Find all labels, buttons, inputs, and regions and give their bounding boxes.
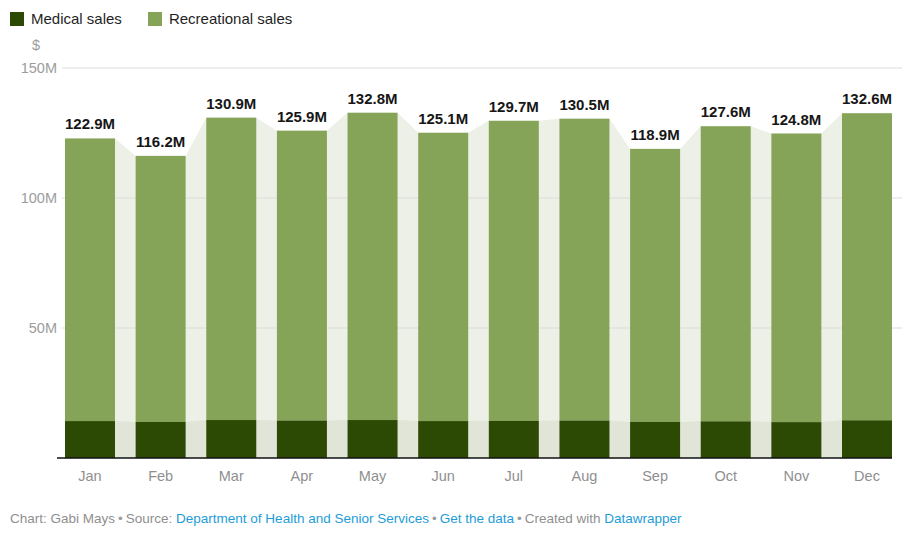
legend-label-recreational: Recreational sales	[169, 11, 292, 26]
value-label-Dec: 132.6M	[842, 90, 892, 107]
bar-recreational-May	[348, 113, 398, 420]
footer-separator: •	[432, 511, 437, 526]
footer-source-link[interactable]: Department of Health and Senior Services	[176, 511, 429, 526]
x-axis-label-Apr: Apr	[291, 468, 314, 484]
x-axis-label-Jun: Jun	[431, 468, 454, 484]
value-label-Oct: 127.6M	[701, 103, 751, 120]
value-label-Sep: 118.9M	[630, 126, 679, 143]
chart-page: Medical sales Recreational sales 150M100…	[0, 0, 912, 538]
bar-recreational-Jul	[489, 121, 539, 421]
bar-recreational-Sep	[630, 149, 680, 422]
bar-medical-Oct	[701, 421, 751, 458]
bar-medical-Jan	[65, 421, 115, 458]
ghost-area-total	[65, 113, 892, 458]
bar-medical-Feb	[136, 422, 186, 458]
bar-recreational-Mar	[206, 118, 256, 420]
bar-medical-May	[348, 420, 398, 458]
value-label-Jan: 122.9M	[65, 115, 115, 132]
bar-medical-Sep	[630, 422, 680, 458]
x-axis-label-Feb: Feb	[148, 468, 173, 484]
value-label-Nov: 124.8M	[771, 111, 821, 128]
x-axis-label-Oct: Oct	[714, 468, 737, 484]
ghost-area-medical	[65, 420, 892, 458]
recreational-swatch-icon	[148, 12, 162, 26]
bar-recreational-Dec	[842, 113, 892, 420]
x-axis-label-Jan: Jan	[78, 468, 101, 484]
x-axis-label-Jul: Jul	[505, 468, 524, 484]
y-axis-unit-label: $	[32, 37, 40, 53]
chart-footer: Chart: Gabi Mays•Source: Department of H…	[10, 511, 682, 526]
footer-separator: •	[517, 511, 522, 526]
medical-swatch-icon	[10, 12, 24, 26]
bar-recreational-Aug	[559, 119, 609, 421]
value-label-Apr: 125.9M	[277, 108, 327, 125]
x-axis-label-Nov: Nov	[783, 468, 810, 484]
footer-source-prefix: Source:	[126, 511, 173, 526]
bar-medical-Nov	[771, 422, 821, 458]
bar-medical-Mar	[206, 420, 256, 458]
value-label-Mar: 130.9M	[206, 95, 256, 112]
bar-recreational-Nov	[771, 134, 821, 423]
value-label-Jul: 129.7M	[489, 98, 539, 115]
value-label-Aug: 130.5M	[559, 96, 609, 113]
footer-datawrapper-link[interactable]: Datawrapper	[604, 511, 681, 526]
x-axis-label-Mar: Mar	[219, 468, 244, 484]
y-tick-label-150M: 150M	[21, 60, 57, 76]
bar-recreational-Apr	[277, 131, 327, 421]
x-axis-label-Dec: Dec	[854, 468, 880, 484]
bar-medical-Apr	[277, 421, 327, 458]
bar-recreational-Feb	[136, 156, 186, 422]
footer-separator: •	[118, 511, 123, 526]
bar-medical-Jul	[489, 421, 539, 458]
bar-recreational-Jan	[65, 138, 115, 421]
value-label-May: 132.8M	[348, 90, 398, 107]
bar-medical-Dec	[842, 420, 892, 458]
y-tick-label-50M: 50M	[29, 320, 57, 336]
x-axis-label-May: May	[359, 468, 387, 484]
x-axis-label-Sep: Sep	[642, 468, 668, 484]
y-tick-label-100M: 100M	[21, 190, 57, 206]
legend-item-recreational: Recreational sales	[148, 11, 292, 26]
value-label-Feb: 116.2M	[136, 133, 185, 150]
value-label-Jun: 125.1M	[418, 110, 468, 127]
bar-medical-Aug	[559, 421, 609, 458]
legend-item-medical: Medical sales	[10, 11, 122, 26]
legend-label-medical: Medical sales	[31, 11, 122, 26]
bar-recreational-Jun	[418, 133, 468, 421]
bar-recreational-Oct	[701, 126, 751, 421]
chart-legend: Medical sales Recreational sales	[10, 11, 292, 26]
footer-byline: Chart: Gabi Mays	[10, 511, 115, 526]
footer-created-with: Created with	[525, 511, 601, 526]
stacked-bar-chart: 150M100M50M$122.9MJan116.2MFeb130.9MMar1…	[0, 0, 912, 538]
x-axis-label-Aug: Aug	[572, 468, 598, 484]
footer-get-data-link[interactable]: Get the data	[440, 511, 514, 526]
bar-medical-Jun	[418, 421, 468, 458]
